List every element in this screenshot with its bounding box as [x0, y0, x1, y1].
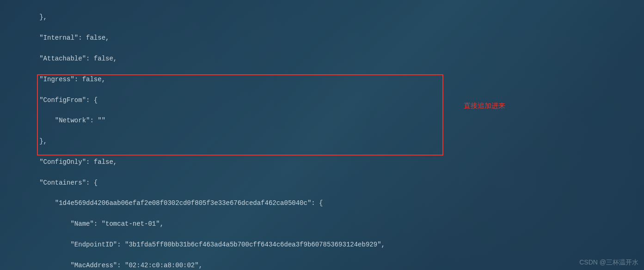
code-line: "Name": "tomcat-net-01", — [8, 219, 644, 229]
code-line: "Internal": false, — [8, 33, 644, 43]
annotation-label: 直接追加进来 — [464, 100, 505, 111]
watermark-text: CSDN @三杯温开水 — [579, 257, 638, 267]
code-line: "Ingress": false, — [8, 74, 644, 84]
code-line: }, — [8, 136, 644, 146]
code-line: "ConfigFrom": { — [8, 95, 644, 105]
code-line: "1d4e569dd4206aab06efaf2e08f0302cd0f805f… — [8, 198, 644, 208]
code-line: "Containers": { — [8, 178, 644, 188]
code-line: "MacAddress": "02:42:c0:a8:00:02", — [8, 260, 644, 270]
code-line: "ConfigOnly": false, — [8, 157, 644, 167]
code-line: "Network": "" — [8, 115, 644, 126]
code-line: "EndpointID": "3b1fda5ff80bb31b6cf463ad4… — [8, 240, 644, 250]
terminal-output: }, "Internal": false, "Attachable": fals… — [0, 0, 644, 270]
code-line: }, — [8, 12, 644, 22]
code-line: "Attachable": false, — [8, 54, 644, 64]
